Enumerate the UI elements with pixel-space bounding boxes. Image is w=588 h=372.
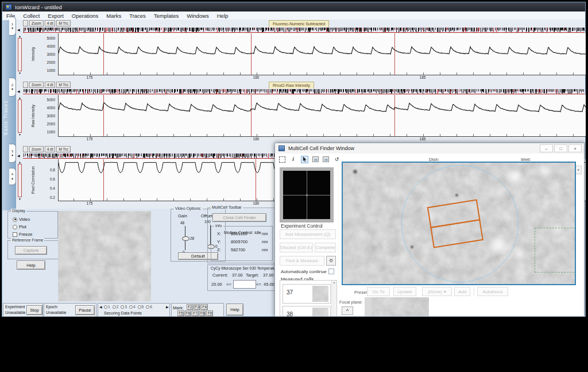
auto-continue-checkbox[interactable] [328, 269, 334, 274]
info-icon[interactable]: i [289, 156, 297, 163]
mark-fkey-button[interactable]: F3 [194, 304, 201, 310]
select-region-icon[interactable] [279, 156, 285, 163]
discard-button[interactable]: Discard (Ctrl-E) [280, 243, 313, 252]
y-scale-slider[interactable]: ▲ ▼ [17, 160, 22, 201]
plot-radio[interactable]: Plot [13, 224, 26, 229]
trace-plot[interactable] [58, 33, 586, 75]
prev-epoch-icon[interactable]: ◀ [99, 305, 102, 309]
trace-tab-1[interactable]: 1 ▾ [9, 17, 16, 36]
pause-button[interactable]: Pause [75, 305, 95, 315]
mcf-title-bar[interactable]: MultiCell Cell Finder Window – □ × [275, 143, 584, 154]
marks-scroll-left-icon[interactable]: ◀ [17, 89, 20, 94]
minimize-button[interactable]: – [540, 144, 553, 152]
menu-item[interactable]: Traces [125, 11, 150, 20]
panel-mode-button[interactable] [23, 82, 28, 88]
complete-button[interactable]: Complete [315, 243, 336, 252]
freeze-checkbox[interactable]: Freeze [13, 232, 32, 237]
trace-select-button[interactable]: M Trc [56, 20, 70, 26]
focal-up-button[interactable]: ^ [342, 306, 353, 315]
mark-fkey-button[interactable]: F7 [192, 310, 199, 316]
mark-fkey-button[interactable]: F2 [187, 304, 194, 310]
trace-tab-4[interactable]: 4 ▴ [9, 168, 16, 185]
y-scale-slider[interactable]: ▲ ▼ [17, 96, 22, 136]
help-button[interactable]: Help [17, 260, 45, 270]
scale-button[interactable]: 4 dt [45, 20, 56, 26]
mark-fkey-button[interactable]: F4 [201, 304, 208, 310]
preset-button[interactable]: Update [393, 287, 416, 296]
mark-fkey-button[interactable]: F9 [206, 310, 213, 316]
measured-cell-item[interactable]: 38 [283, 306, 331, 317]
capture-button[interactable]: Capture [15, 246, 47, 255]
image-icon[interactable] [312, 156, 319, 162]
preset-none-select[interactable]: (None) ▾ [422, 287, 452, 296]
epoch-radio[interactable]: 6 [146, 305, 152, 309]
measured-cells-list[interactable]: ▴ 37 38 [280, 280, 337, 317]
menu-item[interactable]: Windows [183, 11, 213, 20]
trace-select-button[interactable]: M Trc [56, 146, 70, 152]
scale-button[interactable]: 4 dt [45, 146, 56, 152]
mark-fkey-button[interactable]: F8 [199, 310, 206, 316]
epoch-radio[interactable]: 3 [121, 305, 127, 309]
focal-plane-thumbnail[interactable] [372, 297, 429, 317]
menu-item[interactable]: Marks [102, 11, 125, 20]
maximize-button[interactable]: □ [554, 144, 567, 152]
y-scale-slider[interactable]: ▲ ▼ [17, 34, 22, 75]
preset-button[interactable]: Go To [367, 287, 390, 296]
menu-item[interactable]: Help [213, 11, 233, 20]
epoch-status-box: Epoch: Unavailable Pause [44, 303, 96, 317]
measurement-region[interactable] [427, 200, 483, 250]
preset-add-button[interactable]: Add [454, 287, 470, 296]
mark-fkey-button[interactable]: F6 [185, 310, 192, 316]
menu-item[interactable]: Collect [19, 11, 44, 20]
down-icon[interactable]: ▼ [18, 133, 21, 136]
epoch-radio[interactable]: 5 [138, 305, 144, 309]
stop-button[interactable]: Stop [26, 305, 42, 315]
zoom-button[interactable]: Zoom [29, 20, 44, 26]
scroll-up-icon[interactable]: ▴ [334, 281, 335, 284]
trace-tab-2[interactable]: 2 ▾ [9, 78, 16, 97]
epoch-radio[interactable]: 4 [129, 305, 136, 309]
add-measurement-button[interactable]: Add Measurement (Q) [280, 229, 336, 239]
close-cell-finder-button[interactable]: Close Cell Finder [212, 213, 266, 222]
epoch-radio[interactable]: 2 [113, 305, 119, 309]
marks-scroll-left-icon[interactable]: ◀ [17, 28, 20, 32]
pointer-icon[interactable] [301, 156, 308, 163]
temperature-input[interactable] [233, 280, 256, 289]
mark-fkey-button[interactable]: F5 [177, 310, 184, 316]
cells-scrollbar[interactable]: ▴ [331, 281, 336, 317]
measured-cell-item[interactable]: 37 [283, 284, 331, 304]
find-measure-button[interactable]: Find & Measure [280, 256, 324, 266]
stage-navigator[interactable] [280, 167, 334, 223]
next-epoch-icon[interactable]: ▶ [166, 305, 169, 309]
trace-tab-3[interactable]: 3 ▾ [9, 144, 16, 163]
menu-item[interactable]: Templates [150, 11, 183, 20]
trace-select-button[interactable]: M Trc [56, 82, 70, 88]
zoom-button[interactable]: Zoom [29, 146, 44, 152]
panel-mode-button[interactable] [23, 20, 28, 26]
menu-item[interactable]: Export [44, 11, 67, 20]
title-bar[interactable]: IonWizard - untitled [2, 2, 585, 11]
gain-knob[interactable] [182, 236, 189, 241]
checkbox-icon [13, 232, 17, 237]
down-icon[interactable]: ▼ [18, 71, 21, 75]
close-button[interactable]: × [568, 144, 582, 152]
menu-item[interactable]: Operations [68, 11, 102, 20]
snapshot-icon[interactable] [323, 156, 329, 162]
trace-plot[interactable] [58, 95, 586, 137]
marks-scroll-left-icon[interactable]: ◀ [17, 154, 20, 158]
autofocus-button[interactable]: Autofocus [477, 287, 508, 296]
down-icon[interactable]: ▼ [18, 197, 21, 201]
reset-view-icon[interactable]: ↺ [333, 156, 341, 163]
video-radio[interactable]: Video [13, 217, 30, 222]
cell-marker-icon [103, 214, 109, 219]
marks-strip[interactable] [23, 27, 585, 32]
multicell-toolbar-groupbox: MultiCell Toolbar Close Cell Finder Info… [207, 208, 276, 263]
statusbar-help-button[interactable]: Help [226, 304, 243, 316]
scale-button[interactable]: 4 dt [45, 82, 56, 88]
zoom-button[interactable]: Zoom [29, 82, 44, 88]
panel-mode-button[interactable] [23, 146, 28, 152]
gear-icon[interactable]: ⚙ [326, 256, 336, 266]
marks-strip[interactable] [23, 89, 585, 94]
microscope-image[interactable] [342, 162, 576, 285]
epoch-radio[interactable]: 1 [104, 305, 110, 309]
